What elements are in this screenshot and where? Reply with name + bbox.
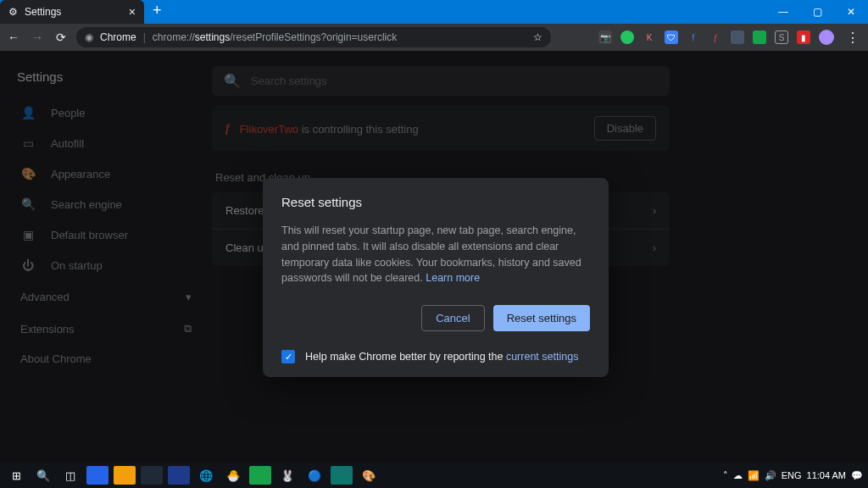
start-button[interactable]: ⊞ — [5, 466, 27, 485]
tray-cloud-icon[interactable]: ☁ — [733, 470, 743, 481]
profile-avatar[interactable] — [819, 30, 834, 45]
window-controls: — ▢ ✕ — [766, 0, 868, 24]
cancel-button[interactable]: Cancel — [421, 305, 484, 331]
tray-expand-icon[interactable]: ˄ — [723, 470, 728, 481]
extension-icon[interactable]: 🛡 — [665, 30, 678, 44]
task-view-button[interactable]: ◫ — [59, 466, 81, 485]
search-button[interactable]: 🔍 — [32, 466, 54, 485]
tray-language[interactable]: ENG — [782, 470, 802, 480]
extension-icon[interactable] — [753, 30, 766, 44]
tray-clock[interactable]: 11:04 AM — [807, 470, 846, 480]
taskbar-edge-icon[interactable]: 🔵 — [303, 466, 326, 485]
maximize-button[interactable]: ▢ — [800, 0, 834, 24]
browser-menu-button[interactable]: ⋮ — [843, 30, 863, 46]
address-bar[interactable]: ◉ Chrome | chrome://settings/resetProfil… — [76, 27, 551, 47]
dialog-body: This will reset your startup page, new t… — [281, 223, 590, 286]
dialog-title: Reset settings — [281, 195, 590, 209]
taskbar-app-icon[interactable]: 🐰 — [276, 466, 298, 485]
taskbar-app-icon[interactable] — [168, 466, 190, 485]
system-tray: ˄ ☁ 📶 🔊 ENG 11:04 AM 💬 — [723, 470, 863, 481]
extension-icon[interactable] — [620, 30, 634, 44]
taskbar-app-icon[interactable]: 🎨 — [358, 466, 380, 485]
extension-icon[interactable]: S — [775, 30, 788, 44]
extension-icon[interactable]: K — [643, 30, 656, 44]
url-toolbar: ← → ⟳ ◉ Chrome | chrome://settings/reset… — [0, 24, 868, 51]
close-window-button[interactable]: ✕ — [834, 0, 868, 24]
report-settings-label: Help make Chrome better by reporting the… — [305, 351, 578, 363]
taskbar-app-icon[interactable] — [331, 466, 353, 485]
taskbar-app-icon[interactable] — [249, 466, 271, 485]
window-titlebar: ⚙ Settings × + — ▢ ✕ — [0, 0, 868, 24]
taskbar-app-icon[interactable] — [86, 466, 108, 485]
taskbar-app-icon[interactable] — [141, 466, 163, 485]
report-settings-checkbox[interactable]: ✓ — [281, 350, 295, 363]
reload-button[interactable]: ⟳ — [53, 30, 70, 44]
forward-button[interactable]: → — [29, 30, 46, 44]
tray-volume-icon[interactable]: 🔊 — [765, 470, 776, 481]
separator: | — [143, 31, 146, 43]
extension-icon[interactable] — [731, 30, 744, 44]
reset-settings-button[interactable]: Reset settings — [493, 305, 590, 331]
gear-icon: ⚙ — [8, 6, 18, 18]
new-tab-button[interactable]: + — [144, 0, 170, 24]
site-info-icon[interactable]: ◉ — [85, 31, 93, 43]
extension-icon[interactable]: ▮ — [797, 30, 810, 44]
bookmark-star-icon[interactable]: ☆ — [533, 31, 542, 43]
extension-icon[interactable]: f — [687, 30, 700, 44]
url-text: chrome://settings/resetProfileSettings?o… — [153, 31, 397, 43]
learn-more-link[interactable]: Learn more — [426, 272, 480, 284]
extension-icon[interactable]: f — [709, 30, 722, 44]
taskbar-app-icon[interactable] — [114, 466, 136, 485]
url-scheme-chip: Chrome — [100, 31, 136, 43]
taskbar-chrome-icon[interactable]: 🌐 — [195, 466, 217, 485]
tray-notifications-icon[interactable]: 💬 — [851, 470, 863, 481]
tray-wifi-icon[interactable]: 📶 — [748, 470, 760, 481]
extension-icons: 📷 K 🛡 f f S ▮ ⋮ — [598, 30, 863, 46]
back-button[interactable]: ← — [5, 30, 22, 44]
extension-icon[interactable]: 📷 — [598, 30, 612, 44]
close-tab-icon[interactable]: × — [129, 5, 136, 19]
browser-tab-settings[interactable]: ⚙ Settings × — [0, 0, 144, 24]
reset-settings-dialog: Reset settings This will reset your star… — [263, 178, 609, 377]
taskbar-app-icon[interactable]: 🐣 — [222, 466, 244, 485]
page-content: Settings 👤People▭Autofill🎨Appearance🔍Sea… — [0, 51, 868, 463]
minimize-button[interactable]: — — [766, 0, 800, 24]
current-settings-link[interactable]: current settings — [506, 351, 578, 363]
windows-taskbar: ⊞ 🔍 ◫ 🌐 🐣 🐰 🔵 🎨 ˄ ☁ 📶 🔊 ENG 11:04 AM 💬 — [0, 463, 868, 488]
tab-title: Settings — [25, 6, 61, 18]
